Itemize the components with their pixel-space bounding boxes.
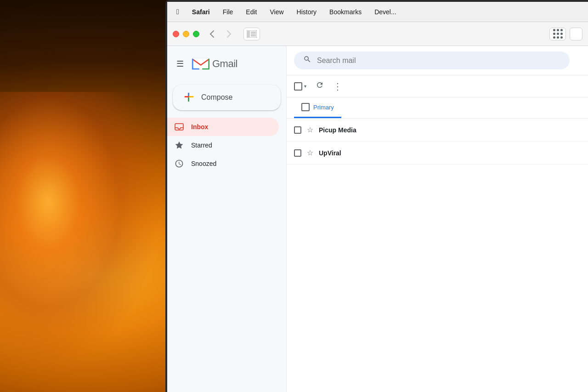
search-bar[interactable] (294, 51, 570, 69)
macos-menubar:  Safari File Edit View History Bookmark… (167, 2, 588, 22)
email-checkbox[interactable] (294, 126, 301, 134)
compose-button[interactable]: Compose (173, 85, 281, 110)
compose-plus-icon (184, 92, 195, 103)
gmail-logo: Gmail (191, 54, 237, 74)
light-blob (0, 92, 161, 368)
back-button[interactable] (205, 27, 219, 41)
svg-rect-5 (192, 58, 210, 69)
table-row[interactable]: ☆ UpViral (287, 142, 588, 165)
primary-tab-label: Primary (313, 104, 334, 111)
refresh-icon[interactable] (314, 79, 326, 93)
minimize-button[interactable] (183, 31, 189, 37)
tab-checkbox (301, 103, 310, 111)
grid-icon (553, 29, 563, 39)
email-sender: UpViral (319, 149, 383, 157)
gmail-title: Gmail (212, 58, 237, 70)
history-menu[interactable]: History (295, 7, 319, 17)
star-icon[interactable]: ☆ (307, 125, 313, 134)
inbox-icon (175, 122, 184, 131)
grid-apps-button[interactable] (549, 28, 566, 40)
view-menu[interactable]: View (268, 7, 285, 17)
email-sender: Picup Media (319, 126, 383, 134)
close-button[interactable] (173, 31, 179, 37)
bookmarks-menu[interactable]: Bookmarks (328, 7, 363, 17)
tabs-row: Primary (287, 97, 588, 119)
email-checkbox[interactable] (294, 149, 301, 157)
gmail-main: ▾ ⋮ Primary (287, 46, 588, 392)
safari-menu[interactable]: Safari (190, 7, 212, 17)
search-input[interactable] (317, 57, 560, 65)
hamburger-menu-icon[interactable]: ☰ (175, 57, 186, 71)
file-menu[interactable]: File (221, 7, 235, 17)
select-all-checkbox[interactable]: ▾ (294, 82, 306, 91)
screen:  Safari File Edit View History Bookmark… (167, 2, 588, 392)
profile-button[interactable] (570, 28, 582, 40)
forward-button[interactable] (222, 27, 236, 41)
svg-rect-12 (189, 96, 193, 97)
laptop-bezel:  Safari File Edit View History Bookmark… (165, 0, 588, 392)
safari-toolbar (167, 22, 588, 46)
tab-primary[interactable]: Primary (294, 97, 341, 118)
browser-content: ☰ Gmail (167, 46, 588, 392)
svg-rect-1 (247, 30, 250, 38)
chevron-down-icon[interactable]: ▾ (304, 84, 306, 89)
gmail-m-logo (191, 54, 210, 74)
sidebar-item-snoozed[interactable]: Snoozed (167, 154, 279, 173)
develop-menu[interactable]: Devel... (373, 7, 398, 17)
svg-rect-11 (185, 96, 189, 97)
table-row[interactable]: ☆ Picup Media (287, 119, 588, 142)
compose-label: Compose (201, 93, 232, 102)
email-list: ☆ Picup Media ☆ UpViral (287, 119, 588, 165)
email-toolbar: ▾ ⋮ (287, 75, 588, 97)
sidebar-toggle-button[interactable] (243, 28, 260, 40)
more-options-icon[interactable]: ⋮ (333, 81, 342, 92)
search-icon (303, 55, 311, 66)
snoozed-icon (175, 159, 184, 168)
star-icon[interactable]: ☆ (307, 148, 313, 157)
traffic-lights (173, 31, 199, 37)
sidebar-item-starred[interactable]: Starred (167, 136, 279, 154)
sidebar-item-inbox[interactable]: Inbox (167, 118, 279, 136)
starred-label: Starred (191, 142, 212, 149)
snoozed-label: Snoozed (191, 160, 216, 167)
edit-menu[interactable]: Edit (244, 7, 259, 17)
gmail-header: ☰ Gmail (167, 51, 286, 81)
apple-menu[interactable]:  (175, 7, 181, 17)
gmail-search-row (287, 46, 588, 75)
inbox-label: Inbox (191, 123, 208, 131)
maximize-button[interactable] (193, 31, 199, 37)
checkbox-square[interactable] (294, 82, 302, 91)
star-icon (175, 141, 184, 150)
svg-rect-13 (188, 97, 189, 102)
gmail-sidebar: ☰ Gmail (167, 46, 287, 392)
